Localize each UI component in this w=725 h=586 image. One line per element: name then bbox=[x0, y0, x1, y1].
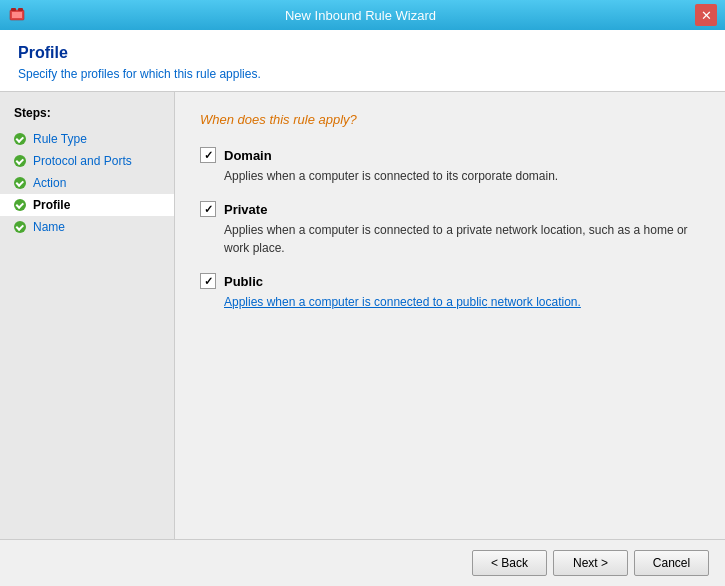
domain-label: Domain bbox=[224, 148, 272, 163]
public-description: Applies when a computer is connected to … bbox=[224, 293, 700, 311]
footer: < Back Next > Cancel bbox=[0, 539, 725, 586]
public-desc-after: network location. bbox=[488, 295, 581, 309]
back-button[interactable]: < Back bbox=[472, 550, 547, 576]
subtitle-plain: Specify the profiles for bbox=[18, 67, 140, 81]
cancel-button[interactable]: Cancel bbox=[634, 550, 709, 576]
private-description: Applies when a computer is connected to … bbox=[224, 221, 700, 257]
svg-rect-1 bbox=[12, 12, 22, 18]
header-subtitle: Specify the profiles for which this rule… bbox=[18, 67, 707, 81]
public-desc-link: public bbox=[456, 295, 487, 309]
private-label: Private bbox=[224, 202, 267, 217]
sidebar-item-label: Profile bbox=[33, 198, 70, 212]
public-desc-before: Applies when a computer is connected to … bbox=[224, 295, 456, 309]
step-dot-profile bbox=[14, 199, 26, 211]
private-header: Private bbox=[200, 201, 700, 217]
sidebar-item-profile[interactable]: Profile bbox=[0, 194, 174, 216]
sidebar-item-protocol-ports[interactable]: Protocol and Ports bbox=[0, 150, 174, 172]
window-icon bbox=[8, 6, 26, 24]
step-dot-name bbox=[14, 221, 26, 233]
subtitle-link: which bbox=[140, 67, 171, 81]
close-button[interactable]: ✕ bbox=[695, 4, 717, 26]
private-option: Private Applies when a computer is conne… bbox=[200, 201, 700, 257]
page-title: Profile bbox=[18, 44, 707, 62]
sidebar-item-label: Name bbox=[33, 220, 65, 234]
sidebar: Steps: Rule Type Protocol and Ports Acti… bbox=[0, 92, 175, 539]
domain-checkbox[interactable] bbox=[200, 147, 216, 163]
step-dot-protocol bbox=[14, 155, 26, 167]
subtitle-rest: this rule applies. bbox=[171, 67, 261, 81]
public-option: Public Applies when a computer is connec… bbox=[200, 273, 700, 311]
question-text: When does this rule apply? bbox=[200, 112, 700, 127]
header-section: Profile Specify the profiles for which t… bbox=[0, 30, 725, 92]
main-panel: When does this rule apply? Domain Applie… bbox=[175, 92, 725, 539]
svg-rect-2 bbox=[11, 8, 16, 11]
step-dot-rule-type bbox=[14, 133, 26, 145]
sidebar-item-name[interactable]: Name bbox=[0, 216, 174, 238]
title-bar: New Inbound Rule Wizard ✕ bbox=[0, 0, 725, 30]
sidebar-item-label: Action bbox=[33, 176, 66, 190]
public-checkbox[interactable] bbox=[200, 273, 216, 289]
sidebar-item-label: Rule Type bbox=[33, 132, 87, 146]
question-rest: hen does this rule apply? bbox=[212, 112, 357, 127]
public-label: Public bbox=[224, 274, 263, 289]
domain-description: Applies when a computer is connected to … bbox=[224, 167, 700, 185]
window-title: New Inbound Rule Wizard bbox=[26, 8, 695, 23]
sidebar-item-action[interactable]: Action bbox=[0, 172, 174, 194]
content-area: Steps: Rule Type Protocol and Ports Acti… bbox=[0, 92, 725, 539]
steps-label: Steps: bbox=[0, 102, 174, 128]
public-header: Public bbox=[200, 273, 700, 289]
next-button[interactable]: Next > bbox=[553, 550, 628, 576]
private-checkbox[interactable] bbox=[200, 201, 216, 217]
window-body: Profile Specify the profiles for which t… bbox=[0, 30, 725, 586]
domain-option: Domain Applies when a computer is connec… bbox=[200, 147, 700, 185]
sidebar-item-label: Protocol and Ports bbox=[33, 154, 132, 168]
question-italic: W bbox=[200, 112, 212, 127]
sidebar-item-rule-type[interactable]: Rule Type bbox=[0, 128, 174, 150]
domain-header: Domain bbox=[200, 147, 700, 163]
step-dot-action bbox=[14, 177, 26, 189]
svg-rect-3 bbox=[18, 8, 23, 11]
